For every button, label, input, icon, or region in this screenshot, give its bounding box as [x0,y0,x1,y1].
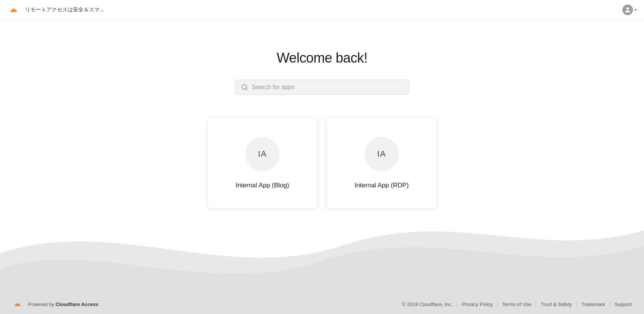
header-title: リモートアクセスは安全＆スマ... [25,6,104,13]
account-menu[interactable]: ▾ [622,5,636,15]
app-cards-container: IA Internal App (Blog) IA Internal App (… [207,118,437,209]
header-left: リモートアクセスは安全＆スマ... [8,6,104,14]
app-name-rdp: Internal App (RDP) [355,182,409,189]
footer-link-terms[interactable]: Terms of Use [498,301,537,307]
footer-link-trademark[interactable]: Trademark [577,301,610,307]
search-container [235,80,409,95]
footer-link-trust[interactable]: Trust & Safety [536,301,577,307]
footer-left: Powered by Cloudflare Access [12,300,98,308]
welcome-title: Welcome back! [277,50,368,66]
app-avatar-blog: IA [245,137,279,171]
app-name-blog: Internal App (Blog) [236,182,289,189]
header: リモートアクセスは安全＆スマ... ▾ [0,0,644,20]
footer: Powered by Cloudflare Access © 2019 Clou… [0,294,644,314]
account-icon [622,5,633,15]
footer-cloudflare-logo [12,300,24,308]
app-card-rdp[interactable]: IA Internal App (RDP) [327,118,437,209]
footer-link-privacy[interactable]: Privacy Policy [458,301,498,307]
search-input[interactable] [252,84,403,91]
footer-powered-by: Powered by Cloudflare Access [28,301,98,307]
main-content: Welcome back! IA Internal App (Blog) IA … [0,20,644,294]
footer-copyright: © 2019 Cloudflare, Inc. [402,301,458,307]
app-avatar-rdp: IA [365,137,399,171]
svg-line-1 [246,88,247,89]
footer-brand: Cloudflare Access [55,301,98,307]
footer-link-support[interactable]: Support [610,301,632,307]
cloudflare-logo [8,6,21,14]
app-card-blog[interactable]: IA Internal App (Blog) [207,118,317,209]
footer-right: © 2019 Cloudflare, Inc. Privacy Policy T… [402,301,632,307]
search-input-wrapper [235,80,409,95]
chevron-down-icon: ▾ [635,8,636,12]
search-icon [241,84,248,91]
